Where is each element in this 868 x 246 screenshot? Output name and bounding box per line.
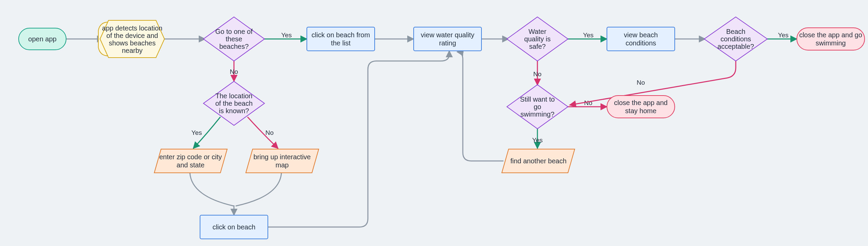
svg-text:safe?: safe? (529, 43, 546, 50)
svg-text:Beach: Beach (726, 28, 746, 35)
svg-text:the list: the list (331, 39, 351, 47)
flowchart: Yes No Yes No Yes No Yes No (0, 0, 868, 246)
node-close-stay-home: close the app and stay home (607, 96, 675, 118)
svg-rect-42 (607, 27, 675, 51)
svg-text:swimming: swimming (816, 39, 846, 47)
node-close-go-swimming: close the app and go swimming (797, 28, 865, 50)
edge-label-yes: Yes (281, 32, 292, 39)
svg-text:acceptable?: acceptable? (717, 43, 754, 50)
svg-text:find another beach: find another beach (510, 157, 567, 165)
svg-text:is known?: is known? (219, 107, 249, 115)
edge-label-yes: Yes (192, 129, 202, 136)
svg-text:of the beach: of the beach (215, 100, 253, 107)
svg-text:conditions: conditions (626, 39, 656, 47)
node-detect-location: app detects location of the device and s… (98, 20, 164, 58)
node-enter-zip: enter zip code or city and state (154, 149, 227, 173)
node-conditions-acceptable: Beach conditions acceptable? (704, 17, 767, 61)
svg-text:rating: rating (439, 39, 456, 47)
svg-text:stay home: stay home (625, 107, 656, 115)
node-click-beach-list: click on beach from the list (307, 27, 375, 51)
svg-text:Go to one of: Go to one of (215, 28, 253, 35)
svg-text:view beach: view beach (624, 31, 658, 39)
svg-text:conditions: conditions (721, 35, 751, 43)
svg-text:go: go (534, 103, 541, 110)
svg-text:nearby: nearby (122, 47, 142, 54)
node-view-water-quality: view water quality rating (414, 27, 481, 51)
edge-label-yes: Yes (778, 32, 789, 39)
svg-text:app detects location: app detects location (102, 24, 162, 32)
svg-text:The  location: The location (216, 92, 253, 100)
edge-label-no: No (265, 129, 274, 136)
svg-rect-23 (307, 27, 375, 51)
node-interactive-map: bring up interactive map (246, 149, 319, 173)
node-go-one-of-these: Go to one of these beaches? (203, 17, 264, 61)
edge-label-no: No (533, 70, 541, 78)
svg-text:shows beaches: shows beaches (109, 39, 156, 47)
edge-label-no: No (637, 79, 645, 86)
svg-text:close the app and go: close the app and go (799, 31, 862, 39)
svg-rect-26 (414, 27, 481, 51)
node-click-beach: click on beach (200, 215, 268, 239)
svg-marker-15 (154, 149, 227, 173)
svg-text:and state: and state (177, 161, 204, 169)
svg-text:Still want to: Still want to (520, 96, 555, 103)
svg-text:beaches?: beaches? (219, 43, 249, 50)
node-view-beach-conditions: view beach conditions (607, 27, 675, 51)
svg-text:click on beach from: click on beach from (312, 31, 370, 39)
svg-text:quality is: quality is (524, 35, 551, 43)
svg-text:swimming?: swimming? (520, 110, 554, 118)
svg-text:Water: Water (529, 28, 547, 35)
node-still-want-swim: Still want to go swimming? (507, 85, 568, 129)
edge-label-yes: Yes (532, 137, 543, 144)
svg-text:bring up interactive: bring up interactive (254, 153, 311, 161)
edge-label-no: No (230, 68, 238, 75)
node-find-another-beach: find another beach (502, 149, 575, 173)
svg-text:enter zip code or city: enter zip code or city (159, 153, 222, 161)
node-location-known: The location of the beach is known? (203, 81, 264, 125)
svg-text:these: these (226, 35, 242, 43)
svg-text:view water quality: view water quality (421, 31, 474, 39)
svg-marker-18 (246, 149, 319, 173)
node-water-quality-safe: Water quality is safe? (507, 17, 568, 61)
svg-text:close the app and: close the app and (614, 99, 668, 106)
edge-label-yes: Yes (583, 32, 594, 39)
edges: Yes No Yes No Yes No Yes No (66, 32, 797, 227)
svg-text:of the device and: of the device and (106, 32, 158, 39)
svg-text:map: map (276, 161, 289, 169)
node-open-app: open app (19, 28, 66, 50)
svg-text:click on beach: click on beach (213, 223, 256, 231)
svg-text:open app: open app (28, 35, 56, 43)
